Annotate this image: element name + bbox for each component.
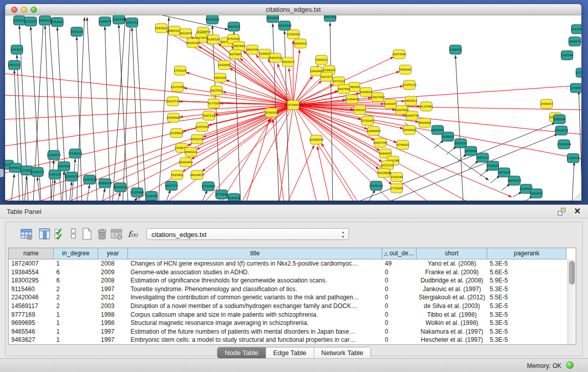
scrollbar-thumb[interactable] (569, 261, 575, 285)
network-window-titlebar[interactable]: citations_edges.txt (5, 4, 581, 15)
graph-node[interactable]: 12505135 (64, 172, 79, 181)
column-header-in_degree[interactable]: in_degree (54, 248, 98, 259)
graph-node[interactable]: 1733426 (390, 184, 403, 193)
graph-node[interactable]: 1603381 (324, 15, 337, 21)
graph-node[interactable]: 12133389 (170, 82, 185, 92)
graph-node[interactable]: 16495758 (405, 111, 419, 120)
cell-title[interactable]: Tourette syndrome. Phenomenology and cla… (128, 285, 382, 294)
column-header-year[interactable]: year (98, 248, 128, 259)
cell-year[interactable]: 1997 (98, 327, 128, 336)
graph-node[interactable]: 12325419 (286, 30, 300, 39)
cell-out_de[interactable]: 0 (382, 319, 417, 327)
cell-name[interactable]: 9465546 (9, 327, 54, 336)
cell-out_de[interactable]: 0 (382, 302, 417, 311)
graph-node[interactable]: 21206570 (47, 150, 61, 160)
column-header-short[interactable]: short (417, 248, 487, 259)
cell-year[interactable]: 1998 (98, 319, 128, 327)
delete-icon[interactable] (96, 227, 109, 240)
cell-short[interactable]: de Silva et al. (2003) (417, 302, 487, 311)
cell-year[interactable]: 2009 (98, 268, 128, 277)
graph-node[interactable]: 16033809 (205, 15, 220, 24)
graph-node[interactable]: 16782759 (113, 183, 127, 192)
graph-node[interactable]: 9097587 (58, 162, 71, 171)
close-panel-icon[interactable]: ✕ (574, 206, 581, 216)
graph-node[interactable]: 2053127 (8, 60, 21, 70)
cell-pagerank[interactable]: 5.5E-5 (487, 293, 567, 302)
graph-node[interactable]: 7632621 (487, 161, 499, 170)
graph-node[interactable]: 16914479 (190, 170, 204, 180)
graph-node[interactable]: 8267110 (203, 111, 215, 120)
graph-node[interactable]: 9756928 (397, 140, 409, 149)
network-graph-canvas[interactable]: 1872400791638228860128891293423226058982… (5, 15, 581, 201)
graph-node[interactable]: 7485063 (399, 65, 412, 74)
cell-title[interactable]: Disruption of a novel member of a sodium… (128, 302, 382, 311)
cell-out_de[interactable]: 0 (382, 285, 417, 294)
cell-pagerank[interactable]: 5.3E-5 (487, 327, 567, 336)
graph-node[interactable]: 2803144 (214, 73, 227, 82)
cell-pagerank[interactable]: 5.3E-5 (487, 336, 567, 344)
cell-in_degree[interactable]: 1 (54, 319, 98, 327)
graph-node[interactable]: 1297349 (561, 51, 574, 60)
graph-node[interactable]: 15892971 (554, 126, 569, 135)
graph-node[interactable]: 16958107 (98, 179, 112, 188)
graph-node[interactable]: 1571848 (215, 190, 228, 199)
table-row[interactable]: 946554611997Estimation of the future num… (9, 327, 568, 336)
cell-in_degree[interactable]: 1 (54, 311, 98, 319)
graph-node[interactable]: 9857223 (228, 22, 241, 31)
graph-node[interactable]: 8912934 (180, 29, 192, 38)
cell-in_degree[interactable]: 1 (54, 259, 98, 268)
graph-node[interactable]: 15720407 (360, 116, 375, 125)
cell-pagerank[interactable]: 5.3E-5 (487, 285, 567, 294)
graph-node[interactable]: 17957253 (82, 175, 97, 184)
cell-in_degree[interactable]: 6 (54, 276, 98, 285)
rows-icon[interactable] (67, 227, 80, 240)
graph-node[interactable]: 16099469 (179, 158, 193, 167)
graph-node[interactable]: 10654985 (166, 113, 181, 122)
graph-node[interactable]: 10807487 (371, 93, 385, 102)
graph-node[interactable]: 1948794 (449, 45, 462, 54)
graph-node[interactable]: 2063027 (11, 45, 24, 54)
graph-node[interactable]: 1595853 (540, 99, 553, 108)
panel-collapse-handle[interactable] (0, 169, 4, 177)
graph-node[interactable]: 9245081 (530, 189, 543, 198)
cell-pagerank[interactable]: 5.6E-5 (487, 268, 567, 277)
graph-node[interactable]: 8471626 (498, 168, 511, 177)
graph-node[interactable]: 9463627 (405, 96, 418, 105)
column-icon[interactable] (38, 227, 51, 240)
table-row[interactable]: 1830029562008Estimation of significance … (9, 276, 568, 285)
cell-pagerank[interactable]: 5.3E-5 (487, 311, 567, 319)
cell-out_de[interactable]: 0 (382, 336, 417, 344)
graph-node[interactable]: 9182736 (113, 15, 125, 24)
tab-network-table[interactable]: Network Table (314, 347, 371, 358)
graph-node[interactable]: 9177006 (208, 99, 221, 108)
cell-name[interactable]: 9115460 (9, 285, 54, 294)
cell-in_degree[interactable]: 1 (54, 327, 98, 336)
graph-node[interactable]: 12353594 (195, 122, 209, 132)
cell-name[interactable]: 22420046 (9, 293, 54, 302)
cell-short[interactable]: Nakamura et al. (1997) (417, 327, 487, 336)
cell-name[interactable]: 18724007 (9, 259, 54, 268)
graph-node[interactable]: 16543382 (186, 38, 200, 48)
graph-node[interactable]: 1274549 (576, 68, 581, 77)
column-header-name[interactable]: name (9, 248, 54, 259)
cell-name[interactable]: 9699695 (9, 319, 54, 327)
table-vertical-scrollbar[interactable] (568, 259, 576, 344)
cell-name[interactable]: 19384554 (9, 268, 54, 277)
cell-short[interactable]: Jankovic et al. (1997) (417, 285, 487, 294)
table-row[interactable]: 969969511998Structural magnetic resonanc… (9, 319, 568, 327)
graph-node[interactable]: 19654923 (402, 125, 417, 135)
cell-name[interactable]: 14569117 (9, 302, 54, 311)
graph-node[interactable]: 18724007 (286, 100, 300, 110)
graph-node[interactable]: 10654112 (507, 176, 521, 185)
graph-node[interactable]: 9498222 (185, 147, 198, 157)
cell-short[interactable]: Tibbo et al. (1998) (417, 311, 487, 319)
cell-short[interactable]: Wolkin et al. (1998) (417, 319, 487, 327)
graph-node[interactable]: 9242848 (218, 60, 231, 70)
table-row[interactable]: 1938455462009Genome-wide association stu… (9, 268, 568, 277)
cell-short[interactable]: Franke et al. (2009) (417, 268, 487, 277)
network-window[interactable]: citations_edges.txt 18724007916382288601… (5, 4, 581, 201)
cell-in_degree[interactable]: 2 (54, 302, 98, 311)
graph-node[interactable]: 9975685 (229, 50, 242, 59)
table-row[interactable]: 911546021997Tourette syndrome. Phenomeno… (9, 285, 568, 294)
graph-node[interactable]: 1511542 (571, 25, 581, 34)
